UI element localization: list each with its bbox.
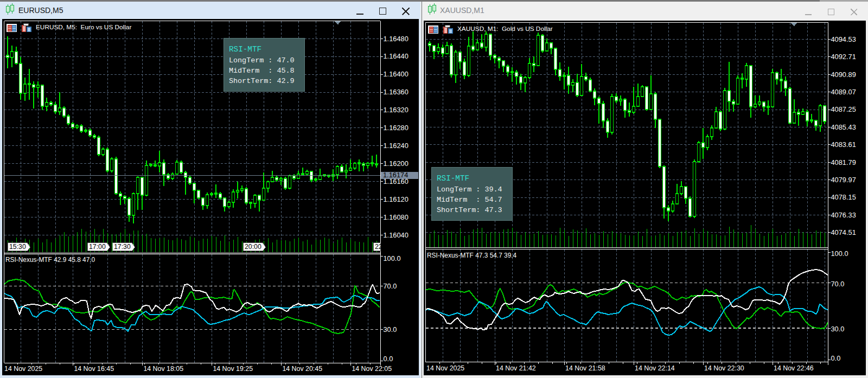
svg-text:1.16360: 1.16360 xyxy=(384,88,409,96)
svg-text:RSI-Nexus-MTF 42.9 45.8 47.0: RSI-Nexus-MTF 42.9 45.8 47.0 xyxy=(5,256,95,264)
svg-text:4081.79: 4081.79 xyxy=(831,158,856,166)
svg-text:ShortTerm: 47.3: ShortTerm: 47.3 xyxy=(437,206,502,214)
svg-text:1.16280: 1.16280 xyxy=(384,124,409,132)
svg-text:15:30: 15:30 xyxy=(9,243,26,251)
svg-text:ShortTerm: 42.9: ShortTerm: 42.9 xyxy=(229,77,295,85)
svg-text:4083.61: 4083.61 xyxy=(831,140,856,149)
svg-text:14 Nov 22:05: 14 Nov 22:05 xyxy=(352,365,392,373)
svg-text:100.0: 100.0 xyxy=(831,249,848,258)
svg-text:4089.07: 4089.07 xyxy=(831,88,856,96)
svg-text:4074.51: 4074.51 xyxy=(831,228,856,236)
svg-text:1.16080: 1.16080 xyxy=(384,213,409,221)
svg-text:14 Nov 2025: 14 Nov 2025 xyxy=(4,365,42,373)
svg-text:LongTerm : 47.0: LongTerm : 47.0 xyxy=(229,56,295,65)
svg-text:XAUUSD, M1: Gold vs US Dollar: XAUUSD, M1: Gold vs US Dollar xyxy=(457,25,553,33)
svg-text:14 Nov 21:42: 14 Nov 21:42 xyxy=(496,364,536,372)
svg-text:4094.53: 4094.53 xyxy=(831,35,856,43)
svg-text:1.16440: 1.16440 xyxy=(384,52,409,60)
svg-text:4076.33: 4076.33 xyxy=(831,211,856,219)
svg-text:1.16400: 1.16400 xyxy=(384,70,409,78)
svg-text:RSI-Nexus-MTF 47.3 54.7 39.4: RSI-Nexus-MTF 47.3 54.7 39.4 xyxy=(427,252,517,259)
svg-text:14 Nov 20:45: 14 Nov 20:45 xyxy=(282,365,322,373)
svg-text:14 Nov 22:30: 14 Nov 22:30 xyxy=(704,364,744,372)
svg-text:RSI-MTF: RSI-MTF xyxy=(229,45,261,54)
svg-text:70.0: 70.0 xyxy=(831,280,845,288)
svg-text:4079.97: 4079.97 xyxy=(831,176,856,184)
svg-text:4087.25: 4087.25 xyxy=(831,105,856,113)
svg-text:30.0: 30.0 xyxy=(831,325,845,333)
svg-text:MidTerm : 54.7: MidTerm : 54.7 xyxy=(437,196,502,204)
svg-text:1.16040: 1.16040 xyxy=(384,231,409,239)
svg-text:17:30: 17:30 xyxy=(114,243,131,251)
svg-text:4092.71: 4092.71 xyxy=(831,53,856,61)
svg-text:1.16240: 1.16240 xyxy=(384,142,409,150)
svg-text:14 Nov 21:58: 14 Nov 21:58 xyxy=(565,364,605,372)
svg-text:100.0: 100.0 xyxy=(384,254,401,262)
svg-text:0.0: 0.0 xyxy=(831,354,841,362)
svg-text:1.16200: 1.16200 xyxy=(384,159,409,168)
svg-text:14 Nov 22:46: 14 Nov 22:46 xyxy=(774,364,814,372)
svg-text:20:00: 20:00 xyxy=(245,243,261,251)
svg-text:EURUSD,M5: EURUSD,M5 xyxy=(18,6,63,15)
svg-text:30.0: 30.0 xyxy=(384,325,397,334)
svg-text:22: 22 xyxy=(375,243,382,251)
svg-text:RSI-MTF: RSI-MTF xyxy=(437,174,469,183)
svg-text:1.16320: 1.16320 xyxy=(384,106,409,114)
svg-text:14 Nov 18:05: 14 Nov 18:05 xyxy=(143,365,183,373)
svg-text:1.16480: 1.16480 xyxy=(384,35,409,43)
svg-text:XAUUSD,M1: XAUUSD,M1 xyxy=(440,6,484,15)
svg-text:17:00: 17:00 xyxy=(89,243,106,251)
svg-text:14 Nov 22:14: 14 Nov 22:14 xyxy=(635,364,675,372)
svg-text:1.16120: 1.16120 xyxy=(384,195,409,203)
svg-text:4090.89: 4090.89 xyxy=(831,71,856,79)
svg-text:4078.15: 4078.15 xyxy=(831,193,856,201)
svg-text:1.16160: 1.16160 xyxy=(384,177,409,185)
svg-text:0.0: 0.0 xyxy=(384,355,393,363)
svg-text:EURUSD, M5: Euro vs US Dollar: EURUSD, M5: Euro vs US Dollar xyxy=(36,23,131,31)
svg-text:4085.43: 4085.43 xyxy=(831,123,856,131)
svg-text:70.0: 70.0 xyxy=(384,282,397,290)
svg-text:14 Nov 19:25: 14 Nov 19:25 xyxy=(213,365,253,373)
svg-text:LongTerm : 39.4: LongTerm : 39.4 xyxy=(437,185,502,194)
svg-text:14 Nov 16:45: 14 Nov 16:45 xyxy=(74,365,114,373)
svg-text:14 Nov 2025: 14 Nov 2025 xyxy=(426,364,464,372)
svg-text:MidTerm : 45.8: MidTerm : 45.8 xyxy=(229,67,295,75)
